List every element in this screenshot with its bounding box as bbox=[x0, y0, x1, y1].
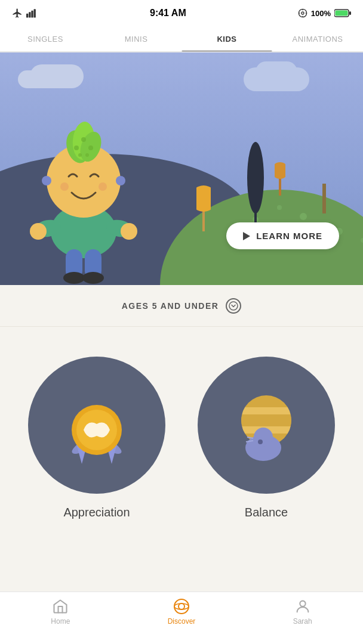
svg-point-27 bbox=[196, 185, 211, 212]
tab-animations[interactable]: ANIMATIONS bbox=[272, 26, 363, 51]
svg-point-31 bbox=[275, 162, 285, 179]
svg-point-36 bbox=[121, 223, 137, 240]
battery-percent: 100% bbox=[311, 9, 331, 18]
svg-point-25 bbox=[247, 142, 264, 213]
svg-point-52 bbox=[85, 153, 89, 157]
tree-dark-tall bbox=[247, 142, 264, 225]
svg-point-75 bbox=[174, 603, 189, 609]
age-filter-chevron[interactable] bbox=[226, 298, 241, 314]
tab-minis[interactable]: MINIS bbox=[91, 26, 182, 51]
svg-point-72 bbox=[258, 439, 263, 444]
learn-more-button[interactable]: LEARN MORE bbox=[226, 222, 339, 249]
svg-point-15 bbox=[277, 205, 282, 210]
top-tabs: SINGLES MINIS KIDS ANIMATIONS bbox=[0, 26, 363, 52]
profile-icon bbox=[294, 598, 311, 615]
svg-point-54 bbox=[116, 176, 125, 185]
svg-point-48 bbox=[74, 145, 79, 150]
home-icon bbox=[52, 598, 69, 615]
cloud-2b bbox=[256, 61, 297, 82]
bottom-nav: Home Discover Sarah bbox=[0, 592, 363, 644]
svg-point-35 bbox=[30, 223, 47, 240]
svg-rect-28 bbox=[322, 184, 326, 213]
tree-yellow-right bbox=[309, 136, 339, 213]
appreciation-icon-circle bbox=[28, 357, 165, 494]
svg-point-51 bbox=[78, 153, 82, 157]
svg-point-73 bbox=[174, 599, 189, 614]
svg-point-50 bbox=[88, 145, 93, 150]
age-filter-bar[interactable]: AGES 5 AND UNDER bbox=[0, 285, 363, 327]
svg-point-49 bbox=[81, 137, 86, 142]
balance-label: Balance bbox=[245, 506, 288, 519]
status-right: 100% bbox=[298, 8, 351, 18]
learn-more-label: LEARN MORE bbox=[256, 231, 322, 241]
airplane-icon bbox=[12, 8, 23, 18]
svg-rect-11 bbox=[335, 11, 347, 16]
nav-discover[interactable]: Discover bbox=[121, 598, 242, 626]
balance-icon-circle bbox=[198, 357, 335, 494]
status-left bbox=[12, 8, 38, 18]
svg-point-16 bbox=[300, 213, 307, 220]
tree-small-back bbox=[275, 148, 285, 196]
cloud-1b bbox=[30, 64, 84, 88]
age-filter-text: AGES 5 AND UNDER bbox=[122, 301, 219, 311]
nav-sarah[interactable]: Sarah bbox=[242, 598, 363, 626]
status-bar: 9:41 AM 100% bbox=[0, 0, 363, 26]
balance-illustration bbox=[219, 377, 314, 473]
content-grid: Appreciation bbox=[0, 327, 363, 549]
tree-orange bbox=[196, 172, 211, 231]
list-item[interactable]: Appreciation bbox=[12, 345, 182, 531]
svg-point-74 bbox=[179, 603, 184, 609]
svg-rect-3 bbox=[34, 9, 36, 17]
tab-kids[interactable]: KIDS bbox=[182, 26, 272, 51]
svg-point-39 bbox=[63, 272, 85, 284]
list-item[interactable]: Balance bbox=[182, 345, 351, 531]
appreciation-illustration bbox=[49, 377, 144, 473]
character-svg bbox=[24, 88, 143, 273]
svg-point-53 bbox=[42, 176, 51, 185]
svg-point-40 bbox=[82, 272, 104, 284]
nav-sarah-label: Sarah bbox=[293, 617, 312, 626]
svg-rect-64 bbox=[241, 407, 291, 414]
discover-icon bbox=[173, 598, 190, 615]
location-icon bbox=[298, 8, 307, 18]
svg-rect-2 bbox=[31, 11, 33, 18]
status-time: 9:41 AM bbox=[150, 8, 186, 18]
battery-icon bbox=[334, 8, 351, 18]
tab-singles[interactable]: SINGLES bbox=[0, 26, 91, 51]
signal-icon bbox=[26, 8, 38, 18]
svg-rect-0 bbox=[26, 14, 28, 18]
nav-home-label: Home bbox=[51, 617, 70, 626]
nav-discover-label: Discover bbox=[168, 617, 196, 626]
svg-rect-30 bbox=[279, 178, 281, 196]
svg-point-5 bbox=[302, 12, 304, 14]
svg-point-43 bbox=[60, 182, 69, 191]
hero-section: LEARN MORE bbox=[0, 52, 363, 285]
svg-rect-1 bbox=[29, 12, 30, 17]
svg-rect-65 bbox=[241, 417, 291, 424]
nav-home[interactable]: Home bbox=[0, 598, 121, 626]
svg-point-55 bbox=[229, 302, 238, 310]
play-icon bbox=[243, 232, 250, 240]
svg-point-69 bbox=[254, 428, 273, 447]
svg-rect-12 bbox=[349, 11, 351, 15]
svg-point-76 bbox=[300, 601, 305, 606]
svg-point-44 bbox=[99, 182, 107, 191]
appreciation-label: Appreciation bbox=[63, 506, 130, 519]
